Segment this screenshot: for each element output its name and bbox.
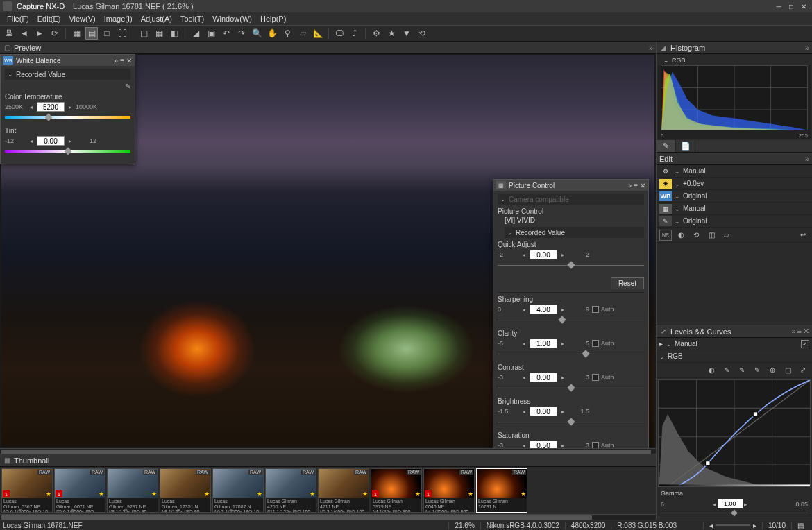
levels-mode-dropdown[interactable]: ▸ ⌄ Manual ✓ [657,338,812,350]
thumbnail-item[interactable]: RAW★Lucas Gilman 4255.NEf/11 1/125s ISO … [265,468,316,513]
menu-image[interactable]: Image(I) [100,15,137,23]
straighten-icon[interactable]: 📐 [312,27,324,40]
print-icon[interactable]: 🖶 [3,27,15,40]
tint-slider[interactable]: Tint -12 ◂ 0.00 ▸ 12 [5,127,130,157]
white-balance-header[interactable]: WB White Balance »≡✕ [1,55,135,66]
gray-point-picker-icon[interactable]: ✎ [736,365,748,376]
viewer-scrollbar[interactable] [0,448,656,454]
metadata-tab[interactable]: 📄 [676,140,695,152]
quick-adjust-slider[interactable]: Quick Adjust -2 ◂ 0.00 ▸ 2 [498,241,644,271]
reset-button[interactable]: Reset [611,277,644,289]
reset-curve-icon[interactable]: ◫ [781,365,794,376]
white-point-picker-icon[interactable]: ✎ [751,365,763,376]
crop-icon[interactable]: ▱ [296,27,309,40]
contrast-slider[interactable]: Contrast -3 ◂ 0.00 ▸ 3 Auto [498,364,644,393]
levels-channel-dropdown[interactable]: ⌄ RGB [657,350,812,363]
quick-adjust-value[interactable]: 0.00 [530,250,557,259]
compare4-icon[interactable]: ▦ [153,27,165,40]
clarity-slider[interactable]: Clarity -5 ◂ 1.00 ▸ 5 Auto [498,330,644,359]
thumbnail-item[interactable]: RAW1★Lucas Gilman 6040.NEf/4 1/2500s ISO… [423,468,475,513]
edit-row[interactable]: ▦⌄Manual [657,203,812,215]
sharpening-slider[interactable]: Sharpening 0 ◂ 4.00 ▸ 9 Auto [498,296,644,325]
menu-tool[interactable]: Tool(T) [176,15,208,23]
gamma-slider[interactable]: 6 ◂ 1.00 ▸ 0.05 [657,498,812,510]
edit-row[interactable]: ✎⌄Original [657,215,812,228]
back-icon[interactable]: ◄ [18,27,31,40]
zoom-icon[interactable]: 🔍 [251,27,263,40]
filmstrip-icon[interactable]: ▤ [85,27,98,40]
export-icon[interactable]: ⤴ [348,27,361,40]
thumbnail-item[interactable]: RAW★Lucas Gilman_12351.Nf/8 1/125s ISO 8… [160,468,211,513]
rotate-cw-icon[interactable]: ↷ [235,27,248,40]
before-after-icon[interactable]: ◧ [168,27,180,40]
revert-icon[interactable]: ↩ [797,230,809,241]
thumbnail-scrollbar[interactable] [0,514,656,520]
edit-row[interactable]: ☀⌄+0.0ev [657,178,812,190]
curves-editor[interactable] [658,379,811,487]
star-icon[interactable]: ★ [385,27,398,40]
clarity-auto-checkbox[interactable]: Auto [592,340,614,347]
wb-mode-dropdown[interactable]: ⌄ Recorded Value [5,69,130,80]
menu-file[interactable]: File(F) [3,15,33,23]
edit-tab[interactable]: ✎ [657,140,676,152]
maximize-button[interactable]: □ [786,1,797,11]
clear-icon[interactable]: ⟲ [416,27,428,40]
thumbs-icon[interactable]: ▦ [70,27,83,40]
thumbnail-item[interactable]: RAW1★Lucas Gilman_5367.NEf/5.6 1/2000s I… [1,468,53,513]
compare2-icon[interactable]: ◫ [137,27,150,40]
histogram-channel-dropdown[interactable]: ⌄ RGB [658,55,811,65]
nr-icon[interactable]: NR [659,230,672,241]
contrast-auto-checkbox[interactable]: Auto [592,374,614,381]
more-icon[interactable]: ≡ [634,182,638,189]
undo-icon[interactable]: ⟲ [690,230,702,241]
edit-row[interactable]: ⚙⌄Manual [657,165,812,178]
menu-edit[interactable]: Edit(E) [33,15,65,23]
decrease-icon[interactable]: ◂ [28,138,34,144]
status-menu-icon[interactable]: ▤ [791,522,809,529]
distortion-icon[interactable]: ◫ [705,230,718,241]
histogram-icon[interactable]: ◢ [189,27,202,40]
minimize-button[interactable]: ─ [773,1,784,11]
gamma-value[interactable]: 1.00 [718,499,743,508]
zoom-slider[interactable]: ◂▸ [703,522,762,529]
menu-adjust[interactable]: Adjust(A) [137,15,176,23]
auto-contrast-icon[interactable]: ◐ [705,365,718,376]
pin-icon[interactable]: » [628,182,632,189]
saturation-slider[interactable]: Saturation -3 ◂ 0.50 ▸ 3 Auto [498,431,644,448]
close-panel-icon[interactable]: ✕ [803,327,809,336]
hand-icon[interactable]: ✋ [266,27,278,40]
aberration-icon[interactable]: ▱ [720,230,733,241]
picture-control-header[interactable]: ▦ Picture Control »≡✕ [493,180,648,191]
menu-window[interactable]: Window(W) [208,15,256,23]
collapse-icon[interactable]: » [649,44,653,52]
tint-value[interactable]: 0.00 [37,136,65,146]
decrease-icon[interactable]: ◂ [28,104,34,110]
add-point-icon[interactable]: ⊕ [766,365,779,376]
menu-help[interactable]: Help(P) [256,15,290,23]
collapse-icon[interactable]: » [805,155,809,163]
eyedropper-wb-icon[interactable]: ✎ [125,83,130,90]
vignette-icon[interactable]: ◐ [675,230,687,241]
curve-preset-icon[interactable]: ⤢ [797,365,809,376]
brightness-slider[interactable]: Brightness -1.5 ◂ 0.00 ▸ 1.5 [498,398,644,427]
black-point-picker-icon[interactable]: ✎ [720,365,733,376]
recorded-value-dropdown[interactable]: ⌄ Recorded Value [505,227,644,238]
close-button[interactable]: ✕ [798,1,809,11]
thumbnail-item[interactable]: RAW★Lucas Gilman 4711.NEf/6.3 1/400s ISO… [318,468,369,513]
camera-compat-dropdown[interactable]: ⌄ Camera compatible [498,194,644,205]
fullscreen-icon[interactable]: ⛶ [116,27,128,40]
thumbnail-item[interactable]: RAW★Lucas Gilman 16781.N [476,468,527,513]
fit-icon[interactable]: ▣ [205,27,217,40]
single-icon[interactable]: □ [101,27,113,40]
color-temp-value[interactable]: 5200 [37,102,65,112]
monitor-icon[interactable]: 🖵 [333,27,346,40]
image-viewer[interactable]: WB White Balance »≡✕ ⌄ Recorded Value ✎ … [0,54,656,448]
collapse-icon[interactable]: » [805,44,809,52]
pin-icon[interactable]: » [115,57,119,65]
levels-enable-checkbox[interactable]: ✓ [801,340,809,348]
thumbnail-item[interactable]: RAW★Lucas Gilman_17087.Nf/6.3 1/2500s IS… [212,468,264,513]
more-icon[interactable]: ≡ [120,57,124,65]
eyedropper-icon[interactable]: ⚲ [281,27,294,40]
edit-row[interactable]: WB⌄Original [657,190,812,203]
thumbnail-item[interactable]: RAW★Lucas Gilman_9297.NEf/8 1/125s ISO 8… [107,468,158,513]
